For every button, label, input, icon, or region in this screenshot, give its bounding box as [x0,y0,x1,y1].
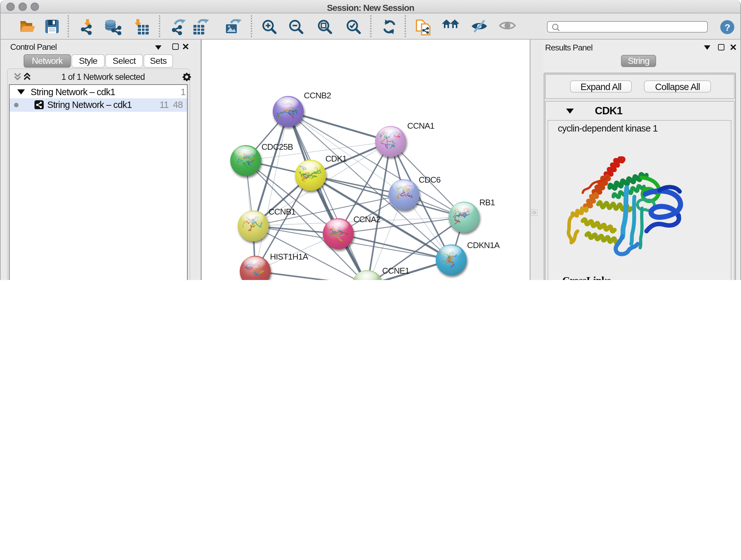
svg-text:CCNA2: CCNA2 [353,214,381,224]
svg-text:CDK1: CDK1 [325,154,347,164]
svg-text:CCNA1: CCNA1 [407,121,434,131]
svg-text:CCNE1: CCNE1 [382,266,409,275]
svg-text:CCNB2: CCNB2 [304,91,331,100]
svg-text:RB1: RB1 [479,198,495,207]
svg-text:HIST1H1A: HIST1H1A [270,252,308,261]
svg-text:CDC25B: CDC25B [261,142,293,152]
svg-text:CDC6: CDC6 [419,175,441,185]
svg-text:?: ? [724,22,730,32]
svg-text:CDKN1A: CDKN1A [467,240,500,250]
svg-text:CCNB1: CCNB1 [268,207,295,216]
